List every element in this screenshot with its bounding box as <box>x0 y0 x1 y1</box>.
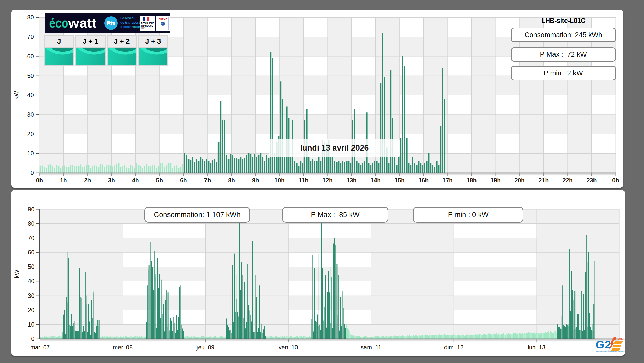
svg-text:Optimisation des ressources én: Optimisation des ressources énergétiques <box>596 350 625 352</box>
svg-text:20: 20 <box>27 131 34 138</box>
svg-text:3h: 3h <box>108 177 115 184</box>
svg-text:18h: 18h <box>467 177 477 184</box>
svg-text:10: 10 <box>27 150 34 157</box>
svg-text:jeu. 09: jeu. 09 <box>196 344 214 351</box>
svg-text:19h: 19h <box>490 177 501 184</box>
svg-text:70: 70 <box>27 34 34 40</box>
svg-text:sam. 11: sam. 11 <box>361 344 381 351</box>
svg-text:0h: 0h <box>612 177 619 184</box>
svg-text:12h: 12h <box>322 177 333 184</box>
svg-text:ven. 10: ven. 10 <box>279 344 298 351</box>
svg-text:14h: 14h <box>370 177 381 184</box>
svg-text:20h: 20h <box>514 177 525 184</box>
svg-text:5h: 5h <box>156 177 163 184</box>
svg-text:mer. 08: mer. 08 <box>113 344 133 351</box>
svg-text:13h: 13h <box>346 177 357 184</box>
svg-text:7h: 7h <box>204 177 211 184</box>
svg-text:22h: 22h <box>562 177 573 184</box>
svg-text:lun. 13: lun. 13 <box>528 344 546 351</box>
svg-text:16h: 16h <box>419 177 429 184</box>
svg-text:2h: 2h <box>84 177 91 184</box>
svg-text:60: 60 <box>27 53 34 60</box>
svg-text:0: 0 <box>31 170 34 176</box>
svg-text:FRANCE: FRANCE <box>615 337 625 340</box>
svg-text:G2: G2 <box>596 339 611 351</box>
svg-text:40: 40 <box>27 92 34 99</box>
svg-text:11h: 11h <box>299 177 308 184</box>
svg-text:10: 10 <box>28 321 34 328</box>
svg-text:8h: 8h <box>228 177 235 184</box>
svg-text:0h: 0h <box>36 177 43 184</box>
svg-text:9h: 9h <box>252 177 259 184</box>
svg-text:0: 0 <box>31 336 34 342</box>
svg-text:10h: 10h <box>274 177 285 184</box>
svg-text:6h: 6h <box>180 177 187 184</box>
svg-text:17h: 17h <box>442 177 453 184</box>
svg-text:90: 90 <box>28 206 34 213</box>
svg-text:80: 80 <box>28 220 34 227</box>
svg-text:70: 70 <box>28 235 34 241</box>
svg-text:30: 30 <box>27 111 34 118</box>
svg-text:80: 80 <box>27 14 34 21</box>
svg-text:60: 60 <box>28 249 34 256</box>
svg-text:kW: kW <box>13 91 20 100</box>
svg-text:4h: 4h <box>132 177 139 184</box>
svg-text:kW: kW <box>14 270 20 278</box>
svg-text:21h: 21h <box>539 177 549 184</box>
svg-text:50: 50 <box>27 73 34 79</box>
svg-text:mar. 07: mar. 07 <box>30 344 50 351</box>
svg-text:30: 30 <box>28 292 34 299</box>
svg-text:1h: 1h <box>60 177 67 184</box>
svg-text:dim. 12: dim. 12 <box>444 344 463 351</box>
svg-text:50: 50 <box>28 263 34 270</box>
svg-text:23h: 23h <box>587 177 597 184</box>
svg-text:15h: 15h <box>394 177 405 184</box>
svg-text:20: 20 <box>28 307 34 313</box>
svg-text:40: 40 <box>28 278 34 284</box>
